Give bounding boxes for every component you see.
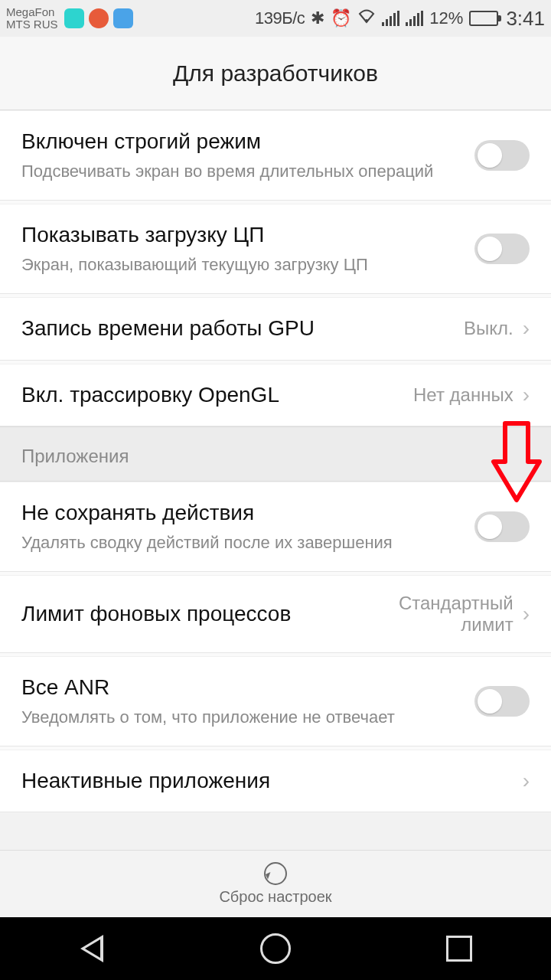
navigation-bar bbox=[0, 917, 551, 980]
row-all-anr[interactable]: Все ANR Уведомлять о том, что приложение… bbox=[0, 656, 551, 746]
app-icon-1 bbox=[64, 8, 84, 28]
reset-settings-button[interactable]: Сброс настроек bbox=[0, 850, 551, 917]
clock: 3:41 bbox=[506, 7, 545, 31]
chevron-right-icon: › bbox=[523, 602, 530, 626]
chevron-right-icon: › bbox=[523, 383, 530, 407]
toggle-all-anr[interactable] bbox=[474, 686, 530, 717]
home-button[interactable] bbox=[258, 931, 293, 966]
row-title: Показывать загрузку ЦП bbox=[21, 221, 474, 249]
app-icon-2 bbox=[89, 8, 109, 28]
chevron-right-icon: › bbox=[523, 769, 530, 793]
row-background-limit[interactable]: Лимит фоновых процессов Стандартный лими… bbox=[0, 575, 551, 653]
row-title: Неактивные приложения bbox=[21, 767, 523, 795]
row-gpu-profiling[interactable]: Запись времени работы GPU Выкл. › bbox=[0, 297, 551, 360]
row-cpu-usage[interactable]: Показывать загрузку ЦП Экран, показывающ… bbox=[0, 204, 551, 294]
row-value: Выкл. bbox=[464, 318, 514, 339]
home-icon bbox=[260, 933, 291, 964]
row-title: Не сохранять действия bbox=[21, 499, 474, 527]
row-no-keep-activities[interactable]: Не сохранять действия Удалять сводку дей… bbox=[0, 482, 551, 572]
chevron-right-icon: › bbox=[523, 316, 530, 341]
signal-icon-1 bbox=[382, 11, 399, 26]
reset-label: Сброс настроек bbox=[219, 888, 331, 906]
row-value: Нет данных bbox=[413, 384, 514, 406]
row-subtitle: Уведомлять о том, что приложение не отве… bbox=[21, 706, 474, 729]
row-subtitle: Подсвечивать экран во время длительных о… bbox=[21, 160, 474, 183]
row-value: Стандартный лимит bbox=[353, 593, 514, 635]
page-header: Для разработчиков bbox=[0, 37, 551, 110]
row-title: Вкл. трассировку OpenGL bbox=[21, 381, 413, 409]
row-inactive-apps[interactable]: Неактивные приложения › bbox=[0, 750, 551, 812]
row-title: Лимит фоновых процессов bbox=[21, 600, 353, 628]
carrier-line-2: MTS RUS bbox=[6, 18, 58, 31]
toggle-strict-mode[interactable] bbox=[474, 140, 530, 171]
back-icon bbox=[80, 935, 103, 962]
history-icon bbox=[264, 862, 287, 885]
carrier-line-1: MegaFon bbox=[6, 6, 58, 19]
row-title: Включен строгий режим bbox=[21, 128, 474, 155]
carrier-label: MegaFon MTS RUS bbox=[6, 6, 58, 31]
alarm-icon: ⏰ bbox=[331, 8, 351, 28]
battery-percent: 12% bbox=[429, 8, 463, 28]
data-speed: 139Б/с bbox=[255, 8, 305, 28]
toggle-no-keep-activities[interactable] bbox=[474, 511, 530, 542]
row-title: Запись времени работы GPU bbox=[21, 315, 464, 342]
row-subtitle: Экран, показывающий текущую загрузку ЦП bbox=[21, 253, 474, 276]
battery-icon bbox=[469, 11, 498, 26]
bluetooth-icon: ✱ bbox=[311, 8, 324, 28]
recent-button[interactable] bbox=[442, 931, 477, 966]
settings-list: Включен строгий режим Подсвечивать экран… bbox=[0, 110, 551, 812]
recent-icon bbox=[446, 936, 472, 962]
app-icon-3 bbox=[113, 8, 133, 28]
row-title: Все ANR bbox=[21, 674, 474, 701]
row-strict-mode[interactable]: Включен строгий режим Подсвечивать экран… bbox=[0, 110, 551, 201]
svg-point-0 bbox=[365, 19, 368, 22]
back-button[interactable] bbox=[74, 931, 109, 966]
signal-icon-2 bbox=[406, 11, 423, 26]
wifi-icon bbox=[357, 8, 376, 28]
status-app-icons bbox=[64, 8, 133, 28]
row-subtitle: Удалять сводку действий после их заверше… bbox=[21, 531, 474, 554]
section-header-apps: Приложения bbox=[0, 426, 551, 482]
page-title: Для разработчиков bbox=[173, 60, 378, 87]
row-opengl-trace[interactable]: Вкл. трассировку OpenGL Нет данных › bbox=[0, 364, 551, 426]
status-bar: MegaFon MTS RUS 139Б/с ✱ ⏰ 12% 3:41 bbox=[0, 0, 551, 37]
toggle-cpu-usage[interactable] bbox=[474, 234, 530, 264]
